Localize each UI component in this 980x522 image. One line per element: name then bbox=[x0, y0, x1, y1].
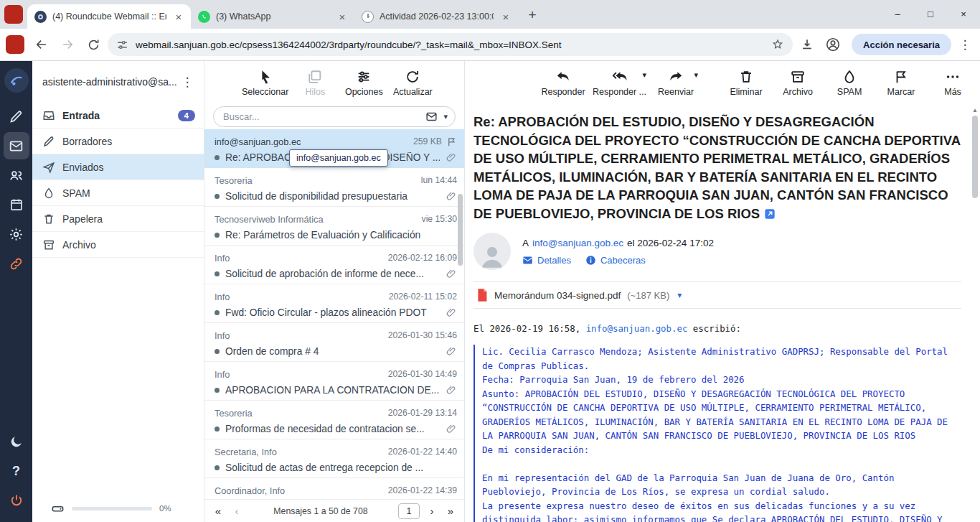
refresh-button[interactable]: Actualizar bbox=[390, 69, 435, 97]
headers-link[interactable]: Cabeceras bbox=[585, 255, 646, 266]
message-row[interactable]: Info 2026-01-30 15:46 Orden de compra # … bbox=[204, 323, 464, 362]
message-status-dot[interactable] bbox=[215, 155, 220, 160]
tab-close-icon[interactable]: × bbox=[172, 11, 185, 23]
mail-scrollbar[interactable]: ▲ bbox=[971, 106, 979, 522]
attachment-name[interactable]: Memorándum 034-signed.pdf bbox=[494, 290, 621, 301]
message-row[interactable]: Info 2026-01-30 14:49 APROBACION PARA LA… bbox=[204, 362, 464, 401]
more-label: Más bbox=[944, 87, 961, 97]
message-status-dot[interactable] bbox=[215, 427, 220, 432]
site-settings-icon[interactable] bbox=[116, 39, 128, 51]
last-page-button[interactable]: » bbox=[444, 505, 457, 517]
folder-drafts[interactable]: Borradores bbox=[32, 129, 204, 154]
message-row[interactable]: Coordinador, Info 2026-01-22 14:39 bbox=[204, 478, 464, 499]
forward-button[interactable]: ▾ Reenviar bbox=[654, 69, 698, 97]
tab-close-icon[interactable]: × bbox=[336, 11, 349, 23]
bookmark-star-icon[interactable] bbox=[771, 38, 784, 51]
folder-spam[interactable]: SPAM bbox=[32, 180, 204, 206]
browser-menu-button[interactable]: ⋮ bbox=[956, 37, 974, 52]
mail-scrollbar-thumb[interactable] bbox=[972, 116, 978, 198]
spam-button[interactable]: SPAM bbox=[827, 69, 872, 97]
logout-button[interactable] bbox=[4, 487, 29, 514]
address-bar[interactable]: webmail.sanjuan.gob.ec/cpsess1364244002/… bbox=[108, 33, 793, 56]
tab-roundcube[interactable]: (4) Roundcube Webmail :: Envia × bbox=[27, 4, 191, 29]
details-link[interactable]: Detalles bbox=[522, 255, 571, 266]
options-button[interactable]: Opciones bbox=[341, 69, 386, 97]
message-row[interactable]: Tesoreria lun 14:44 Solicitud de disponi… bbox=[204, 168, 464, 207]
forward-caret-icon[interactable]: ▾ bbox=[694, 70, 699, 80]
recipient-link[interactable]: info@sanjuan.gob.ec bbox=[532, 238, 623, 248]
first-page-button[interactable]: « bbox=[212, 505, 225, 517]
url-text[interactable]: webmail.sanjuan.gob.ec/cpsess1364244002/… bbox=[136, 39, 764, 50]
archive-button[interactable]: Archivo bbox=[776, 69, 820, 97]
message-status-dot[interactable] bbox=[215, 194, 220, 199]
message-row[interactable]: Info 2026-02-12 16:09 Solicitud de aprob… bbox=[204, 246, 464, 284]
reply-all-button[interactable]: ▾ Responder ... bbox=[593, 69, 646, 97]
folder-panel: asistente-administrativo@sa... ⋮ Entrada… bbox=[32, 61, 204, 522]
calendar-nav-button[interactable] bbox=[4, 191, 29, 218]
more-button[interactable]: Más bbox=[930, 69, 975, 97]
delete-button[interactable]: Eliminar bbox=[724, 69, 768, 97]
folder-inbox[interactable]: Entrada 4 bbox=[32, 103, 204, 129]
downloads-button[interactable] bbox=[796, 33, 819, 56]
message-row[interactable]: Tesoreria 2026-01-29 13:14 Proformas de … bbox=[204, 401, 464, 439]
folder-trash[interactable]: Papelera bbox=[32, 206, 204, 232]
message-status-dot[interactable] bbox=[215, 465, 220, 470]
select-button[interactable]: Seleccionar bbox=[242, 69, 288, 97]
folder-sent[interactable]: Enviados bbox=[32, 154, 204, 180]
new-tab-button[interactable]: + bbox=[522, 5, 542, 25]
prev-page-button[interactable]: ‹ bbox=[230, 505, 243, 517]
attachment-size: (~187 KB) bbox=[627, 290, 669, 301]
next-page-button[interactable]: › bbox=[425, 505, 438, 517]
attachment-row[interactable]: Memorándum 034-signed.pdf (~187 KB) ▾ bbox=[473, 281, 961, 309]
contact-avatar bbox=[473, 233, 511, 270]
back-button[interactable] bbox=[30, 33, 53, 56]
mark-button[interactable]: Marcar bbox=[879, 69, 923, 97]
reply-button[interactable]: Responder bbox=[541, 69, 585, 97]
tab-actividad[interactable]: Actividad 2026-02-23 13:00:00 × bbox=[354, 4, 518, 29]
flag-icon[interactable] bbox=[446, 136, 457, 147]
scroll-up-arrow-icon[interactable]: ▲ bbox=[972, 107, 978, 113]
settings-nav-button[interactable] bbox=[4, 220, 29, 248]
message-status-dot[interactable] bbox=[215, 349, 220, 354]
dark-mode-toggle[interactable] bbox=[4, 428, 29, 455]
tab-close-icon[interactable]: × bbox=[499, 11, 512, 23]
search-box[interactable]: ▾ bbox=[213, 106, 456, 127]
headers-info-icon bbox=[585, 255, 596, 266]
search-scope-mail-icon[interactable] bbox=[425, 111, 438, 123]
search-scope-caret-icon[interactable]: ▾ bbox=[443, 112, 448, 121]
message-status-dot[interactable] bbox=[215, 271, 220, 276]
message-status-dot[interactable] bbox=[215, 388, 220, 393]
list-scrollbar[interactable] bbox=[458, 194, 463, 266]
close-window-button[interactable]: × bbox=[947, 0, 980, 27]
message-status-dot[interactable] bbox=[215, 233, 220, 238]
threads-button[interactable]: Hilos bbox=[293, 69, 337, 97]
tab-whatsapp[interactable]: (3) WhatsApp × bbox=[191, 4, 354, 29]
search-input[interactable] bbox=[223, 111, 420, 122]
reload-button[interactable] bbox=[82, 33, 105, 56]
compose-button[interactable] bbox=[4, 103, 29, 130]
contacts-nav-button[interactable] bbox=[4, 162, 29, 189]
message-row[interactable]: Secretaria, Info 2026-01-22 14:40 Solici… bbox=[204, 439, 464, 478]
folder-options-button[interactable]: ⋮ bbox=[178, 75, 197, 90]
maximize-button[interactable]: □ bbox=[914, 0, 947, 27]
attachment-paperclip-icon bbox=[446, 307, 457, 318]
to-prefix: A bbox=[522, 238, 529, 248]
account-name: asistente-administrativo@sa... bbox=[42, 76, 178, 88]
attachment-menu-caret-icon[interactable]: ▾ bbox=[677, 290, 682, 300]
profile-button[interactable] bbox=[821, 33, 844, 56]
external-link-icon[interactable] bbox=[764, 208, 776, 220]
cpanel-link-icon[interactable] bbox=[4, 250, 29, 277]
message-row[interactable]: Info 2026-02-11 15:02 Fwd: Oficio Circul… bbox=[204, 284, 464, 323]
forward-button[interactable] bbox=[56, 33, 79, 56]
reply-all-caret-icon[interactable]: ▾ bbox=[643, 70, 647, 80]
minimize-button[interactable]: – bbox=[881, 0, 914, 27]
page-number-input[interactable] bbox=[398, 503, 420, 519]
action-required-button[interactable]: Acción necesaria bbox=[852, 34, 951, 55]
folder-archive[interactable]: Archivo bbox=[32, 232, 204, 258]
quote-intro-email[interactable]: info@sanjuan.gob.ec bbox=[586, 323, 688, 334]
mail-nav-button[interactable] bbox=[4, 132, 29, 159]
message-date: 2026-01-30 15:46 bbox=[388, 330, 457, 340]
message-status-dot[interactable] bbox=[215, 310, 220, 315]
message-row[interactable]: Tecnoserviweb Informática vie 15:30 Re: … bbox=[204, 207, 464, 246]
help-button[interactable]: ? bbox=[4, 457, 29, 485]
